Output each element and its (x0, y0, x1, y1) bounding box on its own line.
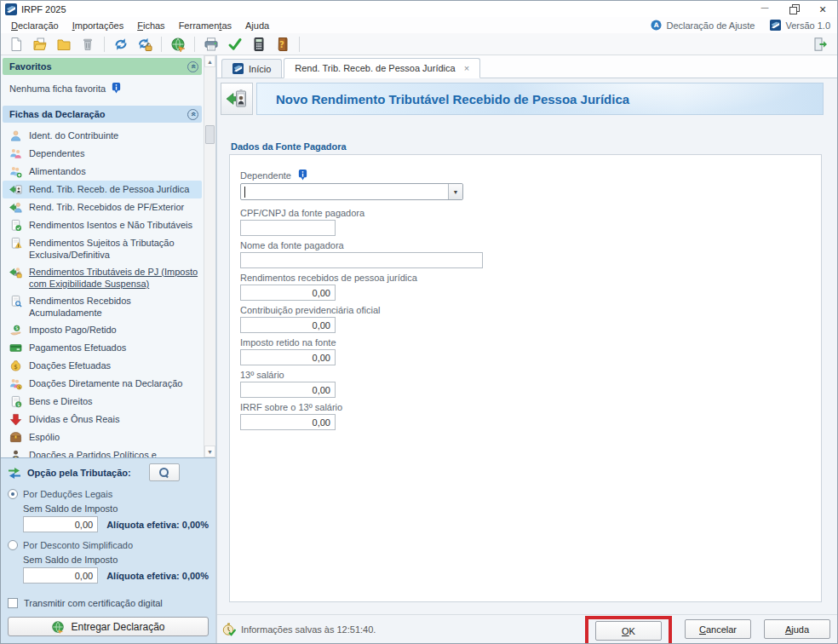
imposto-retido-na-fonte-input[interactable]: 0,00 (240, 349, 336, 365)
toolbar-open-declaration-button[interactable] (30, 35, 50, 54)
page-title: Novo Rendimento Tributável Recebido de P… (276, 92, 629, 106)
sidebar-item-dividas-e-onus-reais[interactable]: Dívidas e Ônus Reais (3, 411, 202, 428)
toolbar-delete-button[interactable] (77, 35, 98, 54)
cpf-cnpj-da-fonte-pagadora-input[interactable] (240, 220, 336, 236)
ajuda-button[interactable]: Ajuda (764, 619, 830, 639)
menu-fichas[interactable]: Fichas (130, 19, 171, 32)
sidebar-item-rendimentos-isentos-e-nao-tributaveis[interactable]: Rendimentos Isentos e Não Tributáveis (3, 216, 202, 234)
scroll-down-icon[interactable] (204, 446, 215, 457)
cancelar-button[interactable]: Cancelar (685, 619, 751, 639)
tab-rend-trib-pj[interactable]: Rend. Trib. Receb. de Pessoa Jurídica (284, 58, 480, 78)
doc-check-icon (9, 219, 22, 232)
sidebar-item-ident-do-contribuinte[interactable]: Ident. do Contribuinte (3, 127, 202, 145)
collapse-favorites-button[interactable] (187, 61, 198, 72)
dependente-label: Dependente (240, 170, 291, 181)
cpf-cnpj-da-fonte-pagadora-label: CPF/CNPJ da fonte pagadora (240, 208, 364, 218)
tab-rend-trib-pj-label: Rend. Trib. Receb. de Pessoa Jurídica (295, 63, 455, 73)
svg-text:$: $ (14, 363, 17, 371)
sidebar-item-bens-e-direitos[interactable]: $Bens e Direitos (3, 393, 202, 411)
doc-search-icon (9, 295, 22, 308)
toolbar-new-declaration-button[interactable] (6, 35, 26, 54)
menu-importacoes[interactable]: Importações (66, 19, 131, 32)
scroll-up-icon[interactable] (204, 55, 215, 67)
arrow-person-lock-icon (9, 266, 22, 279)
main-panel: Início Rend. Trib. Receb. de Pessoa Jurí… (217, 55, 837, 643)
toolbar-transmit-button[interactable] (168, 35, 188, 54)
close-button[interactable] (808, 1, 837, 17)
section-title: Dados da Fonte Pagadora (231, 141, 824, 152)
favorites-header: Favoritos (3, 58, 202, 75)
people-icon (9, 147, 22, 160)
arrow-person-icon (9, 201, 22, 214)
print-icon (204, 37, 219, 52)
tab-strip: Início Rend. Trib. Receb. de Pessoa Jurí… (217, 55, 837, 78)
imposto-retido-na-fonte-label: Imposto retido na fonte (240, 337, 336, 348)
info-icon[interactable] (111, 83, 122, 95)
sidebar-item-rend-trib-recebidos-de-pf-exterior[interactable]: Rend. Trib. Recebidos de PF/Exterior (3, 198, 202, 216)
toolbar-calculator-button[interactable] (249, 35, 269, 54)
tax-option-search-button[interactable] (149, 463, 180, 481)
restore-button[interactable] (779, 1, 808, 17)
rendimentos-recebidos-de-pessoa-juridica-input[interactable]: 0,00 (240, 285, 336, 301)
sidebar-item-alimentandos[interactable]: Alimentandos (3, 163, 202, 181)
nome-da-fonte-pagadora-input[interactable] (240, 252, 483, 268)
minimize-button[interactable] (750, 1, 779, 17)
tab-inicio[interactable]: Início (221, 59, 282, 78)
ok-button[interactable]: OK (595, 621, 662, 641)
exit-icon (812, 37, 828, 52)
dependente-combobox[interactable] (240, 183, 463, 200)
toolbar-print-button[interactable] (201, 35, 221, 54)
sidebar-item-rendimentos-tributaveis-de-pj-imposto-com-exigibilidade-suspensa[interactable]: Rendimentos Tributáveis de PJ (Imposto c… (3, 263, 202, 292)
sidebar-item-dependentes[interactable]: Dependentes (3, 145, 202, 163)
toolbar-import-secure-button[interactable] (135, 35, 155, 54)
irrf-sobre-o-13-salario-input[interactable]: 0,00 (240, 414, 336, 430)
tax-option-title: Opção pela Tributação: (27, 468, 131, 478)
sidebar-item-rendimentos-sujeitos-a-tributacao-exclusiva-definitiva[interactable]: Rendimentos Sujeitos à Tributação Exclus… (3, 234, 202, 263)
sidebar-item-doacoes-diretamente-na-declaracao[interactable]: $Doações Diretamente na Declaração (3, 375, 202, 393)
saldo-label: Sem Saldo de Imposto (23, 555, 209, 565)
submit-declaration-button[interactable]: Entregar Declaração (8, 617, 209, 636)
tab-close-icon[interactable] (464, 63, 469, 73)
sidebar-item-doacoes-efetuadas[interactable]: $Doações Efetuadas (3, 357, 202, 375)
sidebar-item-imposto-pago-retido[interactable]: $Imposto Pago/Retido (3, 321, 202, 339)
toolbar-help-button[interactable]: ? (273, 35, 293, 54)
saved-message: Informações salvas às 12:51:40. (241, 624, 376, 635)
toolbar: ? (1, 33, 837, 55)
import-icon (113, 37, 129, 52)
por-deducoes-legais-value-input[interactable]: 0,00 (23, 516, 98, 532)
radio-por-deducoes-legais[interactable] (8, 489, 18, 499)
13-salario-input[interactable]: 0,00 (240, 382, 336, 398)
toolbar-folder-button[interactable] (54, 35, 74, 54)
toolbar-import-button[interactable] (111, 35, 131, 54)
collapse-fichas-button[interactable] (187, 109, 198, 120)
toolbar-separator (194, 37, 195, 52)
declaration-type-badge: A Declaração de Ajuste (651, 20, 755, 31)
dependente-dropdown-button[interactable] (448, 184, 462, 199)
toolbar-exit-button[interactable] (810, 35, 830, 54)
menu-ferramentas[interactable]: Ferramentas (172, 19, 238, 32)
menu-declaracao[interactable]: Declaração (4, 19, 66, 32)
sidebar-item-rendimentos-recebidos-acumuladamente[interactable]: Rendimentos Recebidos Acumuladamente (3, 292, 202, 321)
sidebar-item-doacoes-a-partidos-politicos-e-candidatos[interactable]: Doações a Partidos Políticos e Candidato… (3, 446, 202, 457)
sidebar-item-label: Alimentandos (29, 165, 86, 177)
sidebar-item-espolio[interactable]: Espólio (3, 428, 202, 446)
open-declaration-icon (32, 37, 48, 52)
sidebar-scrollbar[interactable] (204, 55, 215, 457)
declaration-tree: Favoritos Nenhuma ficha favorita Fichas … (1, 55, 215, 457)
scrollbar-thumb[interactable] (205, 125, 215, 144)
money-card-icon (9, 342, 22, 354)
digital-certification-checkbox[interactable] (8, 598, 18, 608)
info-icon[interactable] (297, 170, 308, 181)
por-desconto-simplificado-value-input[interactable]: 0,00 (23, 567, 98, 584)
menu-ajuda[interactable]: Ajuda (238, 19, 276, 32)
submit-declaration-label: Entregar Declaração (71, 621, 164, 633)
contribuicao-previdenciaria-oficial-input[interactable]: 0,00 (240, 317, 336, 333)
sidebar-item-pagamentos-efetuados[interactable]: Pagamentos Efetuados (3, 339, 202, 357)
aliquota-efetiva-label: Alíquota efetiva: 0,00% (106, 520, 209, 530)
form-box: DependenteCPF/CNPJ da fonte pagadoraNome… (229, 154, 822, 602)
toolbar-verify-button[interactable] (225, 35, 245, 54)
sidebar-item-rend-trib-receb-de-pessoa-juridica[interactable]: Rend. Trib. Receb. de Pessoa Jurídica (3, 181, 202, 198)
sidebar-item-label: Pagamentos Efetuados (29, 342, 126, 354)
svg-text:$: $ (15, 325, 19, 331)
radio-por-desconto-simplificado[interactable] (8, 540, 18, 550)
